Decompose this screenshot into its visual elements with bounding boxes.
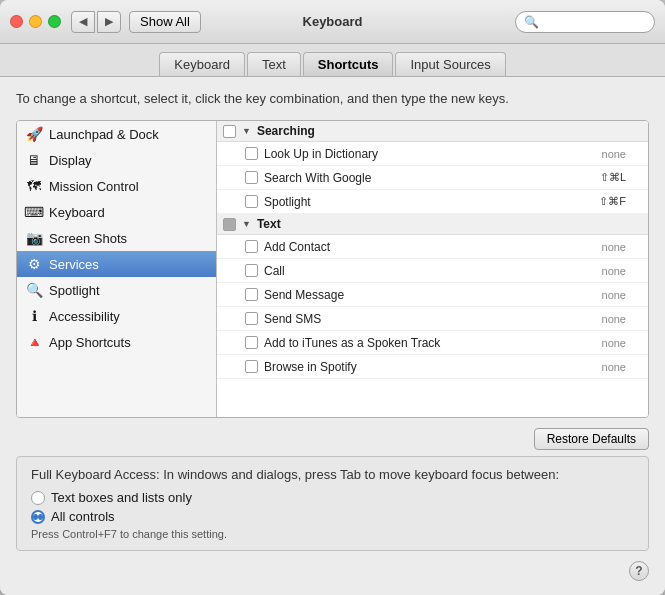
shortcut-keys: none [602,289,626,301]
forward-button[interactable]: ▶ [97,11,121,33]
group-label-searching: Searching [257,124,315,138]
shortcut-checkbox[interactable] [245,147,258,160]
minimize-button[interactable] [29,15,42,28]
shortcut-row[interactable]: Add to iTunes as a Spoken Track none [217,331,648,355]
shortcut-keys: none [602,265,626,277]
window-title: Keyboard [303,14,363,29]
bottom-section: Restore Defaults Full Keyboard Access: I… [16,428,649,581]
group-header-text[interactable]: ▼ Text [217,214,648,235]
shortcut-keys: none [602,361,626,373]
sidebar-item-accessibility[interactable]: ℹ Accessibility [17,303,216,329]
shortcut-checkbox[interactable] [245,195,258,208]
radio-all-controls[interactable] [31,510,45,524]
keyboard-icon: ⌨ [25,203,43,221]
shortcut-row[interactable]: Look Up in Dictionary none [217,142,648,166]
radio-text-boxes-only[interactable] [31,491,45,505]
restore-defaults-button[interactable]: Restore Defaults [534,428,649,450]
shortcut-checkbox[interactable] [245,336,258,349]
expand-icon-text: ▼ [242,219,251,229]
sidebar-item-label: App Shortcuts [49,335,131,350]
sidebar: 🚀 Launchpad & Dock 🖥 Display 🗺 Mission C… [17,121,217,417]
shortcut-label: Send Message [264,288,596,302]
shortcut-row[interactable]: Browse in Spotify none [217,355,648,379]
group-header-searching[interactable]: ▼ Searching [217,121,648,142]
shortcut-label: Browse in Spotify [264,360,596,374]
back-button[interactable]: ◀ [71,11,95,33]
restore-row: Restore Defaults [16,428,649,450]
sidebar-item-label: Launchpad & Dock [49,127,159,142]
shortcut-checkbox[interactable] [245,171,258,184]
shortcut-checkbox[interactable] [245,288,258,301]
sidebar-item-label: Mission Control [49,179,139,194]
search-input[interactable] [543,15,646,29]
traffic-lights [10,15,61,28]
keyboard-access-section: Full Keyboard Access: In windows and dia… [16,456,649,551]
shortcut-label: Search With Google [264,171,594,185]
launchpad-icon: 🚀 [25,125,43,143]
shortcut-checkbox[interactable] [245,360,258,373]
tab-text[interactable]: Text [247,52,301,76]
tabs-bar: Keyboard Text Shortcuts Input Sources [0,44,665,77]
radio-label-all-controls: All controls [51,509,115,524]
shortcut-checkbox[interactable] [245,264,258,277]
radio-row-text-boxes: Text boxes and lists only [31,490,634,505]
mission-control-icon: 🗺 [25,177,43,195]
shortcut-keys: none [602,313,626,325]
sidebar-item-display[interactable]: 🖥 Display [17,147,216,173]
sidebar-item-label: Keyboard [49,205,105,220]
shortcut-keys: ⇧⌘F [599,195,626,208]
sidebar-item-launchpad[interactable]: 🚀 Launchpad & Dock [17,121,216,147]
tab-shortcuts[interactable]: Shortcuts [303,52,394,76]
help-btn-row: ? [16,561,649,581]
window: ◀ ▶ Show All Keyboard 🔍 Keyboard Text Sh… [0,0,665,595]
shortcut-label: Add Contact [264,240,596,254]
shortcut-label: Spotlight [264,195,593,209]
spotlight-icon: 🔍 [25,281,43,299]
app-shortcuts-icon: 🔺 [25,333,43,351]
radio-label-text-boxes: Text boxes and lists only [51,490,192,505]
sidebar-item-label: Screen Shots [49,231,127,246]
shortcut-checkbox[interactable] [245,312,258,325]
help-text: To change a shortcut, select it, click t… [16,91,649,106]
sidebar-item-label: Spotlight [49,283,100,298]
tab-input-sources[interactable]: Input Sources [395,52,505,76]
close-button[interactable] [10,15,23,28]
shortcut-row[interactable]: Add Contact none [217,235,648,259]
hint-text: Press Control+F7 to change this setting. [31,528,634,540]
screenshots-icon: 📷 [25,229,43,247]
sidebar-item-mission-control[interactable]: 🗺 Mission Control [17,173,216,199]
shortcut-row[interactable]: Spotlight ⇧⌘F [217,190,648,214]
main-content: To change a shortcut, select it, click t… [0,77,665,595]
titlebar: ◀ ▶ Show All Keyboard 🔍 [0,0,665,44]
nav-buttons: ◀ ▶ [71,11,121,33]
shortcut-label: Add to iTunes as a Spoken Track [264,336,596,350]
accessibility-icon: ℹ [25,307,43,325]
tab-keyboard[interactable]: Keyboard [159,52,245,76]
sidebar-item-screen-shots[interactable]: 📷 Screen Shots [17,225,216,251]
sidebar-item-app-shortcuts[interactable]: 🔺 App Shortcuts [17,329,216,355]
keyboard-access-title: Full Keyboard Access: In windows and dia… [31,467,634,482]
radio-row-all-controls: All controls [31,509,634,524]
shortcut-row[interactable]: Call none [217,259,648,283]
shortcut-keys: none [602,148,626,160]
sidebar-item-spotlight[interactable]: 🔍 Spotlight [17,277,216,303]
shortcut-checkbox[interactable] [245,240,258,253]
show-all-button[interactable]: Show All [129,11,201,33]
display-icon: 🖥 [25,151,43,169]
maximize-button[interactable] [48,15,61,28]
shortcut-row[interactable]: Search With Google ⇧⌘L [217,166,648,190]
shortcut-keys: none [602,337,626,349]
group-label-text: Text [257,217,281,231]
sidebar-item-label: Display [49,153,92,168]
sidebar-item-label: Accessibility [49,309,120,324]
sidebar-item-services[interactable]: ⚙ Services [17,251,216,277]
shortcut-row[interactable]: Send Message none [217,283,648,307]
group-checkbox-searching[interactable] [223,125,236,138]
help-button[interactable]: ? [629,561,649,581]
search-bar[interactable]: 🔍 [515,11,655,33]
shortcut-row[interactable]: Send SMS none [217,307,648,331]
sidebar-item-keyboard[interactable]: ⌨ Keyboard [17,199,216,225]
group-checkbox-text[interactable] [223,218,236,231]
shortcut-label: Look Up in Dictionary [264,147,596,161]
sidebar-item-label: Services [49,257,99,272]
